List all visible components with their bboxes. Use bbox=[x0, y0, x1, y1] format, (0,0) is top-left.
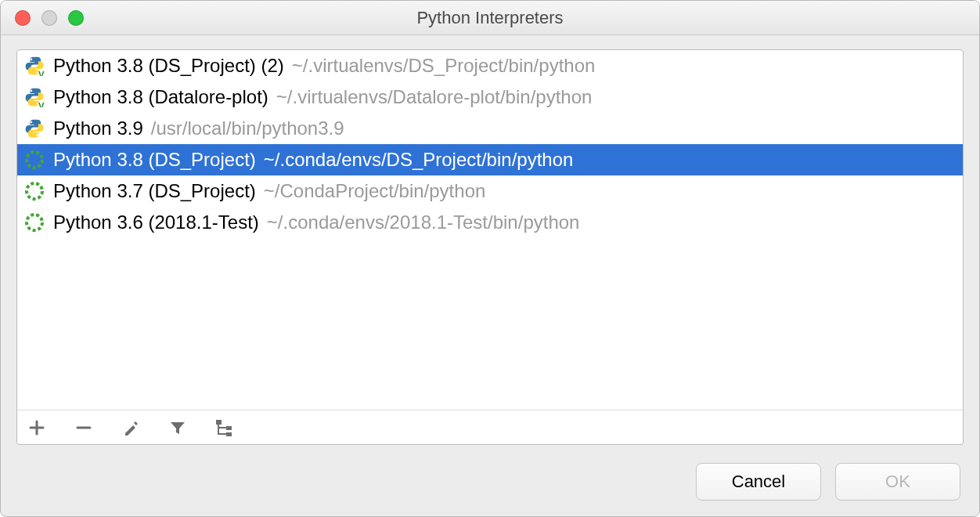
conda-icon bbox=[23, 180, 45, 202]
python-venv-icon: V bbox=[23, 55, 45, 77]
svg-text:V: V bbox=[38, 70, 45, 76]
ok-label: OK bbox=[885, 472, 910, 492]
interpreter-path: /usr/local/bin/python3.9 bbox=[151, 118, 344, 139]
svg-point-9 bbox=[27, 183, 42, 199]
interpreter-row[interactable]: Python 3.6 (2018.1-Test)~/.conda/envs/20… bbox=[17, 207, 963, 238]
svg-text:V: V bbox=[38, 101, 45, 107]
interpreter-list[interactable]: VPython 3.8 (DS_Project) (2)~/.virtualen… bbox=[17, 50, 963, 410]
conda-icon bbox=[23, 212, 45, 233]
filter-button[interactable] bbox=[166, 416, 189, 439]
python-interpreters-dialog: Python Interpreters VPython 3.8 (DS_Proj… bbox=[0, 0, 980, 517]
add-button[interactable] bbox=[25, 416, 49, 439]
interpreter-name: Python 3.7 (DS_Project) bbox=[53, 180, 256, 202]
interpreter-name: Python 3.8 (DS_Project) bbox=[53, 149, 256, 171]
svg-rect-13 bbox=[226, 432, 232, 436]
svg-point-3 bbox=[31, 90, 33, 92]
edit-button[interactable] bbox=[119, 416, 142, 439]
interpreter-path: ~/.virtualenvs/DS_Project/bin/python bbox=[292, 55, 596, 77]
svg-rect-12 bbox=[226, 426, 232, 430]
interpreter-row[interactable]: Python 3.9/usr/local/bin/python3.9 bbox=[17, 113, 963, 144]
interpreter-row[interactable]: VPython 3.8 (Datalore-plot)~/.virtualenv… bbox=[17, 81, 963, 113]
close-window-icon[interactable] bbox=[15, 10, 31, 26]
interpreter-row[interactable]: Python 3.7 (DS_Project)~/CondaProject/bi… bbox=[17, 175, 963, 207]
interpreter-path: ~/CondaProject/bin/python bbox=[264, 180, 486, 202]
window-title: Python Interpreters bbox=[1, 8, 979, 28]
titlebar: Python Interpreters bbox=[1, 1, 979, 35]
interpreter-name: Python 3.8 (Datalore-plot) bbox=[53, 86, 268, 108]
interpreter-name: Python 3.8 (DS_Project) (2) bbox=[53, 55, 284, 77]
window-controls bbox=[1, 10, 84, 26]
svg-rect-11 bbox=[216, 420, 222, 425]
minimize-window-icon bbox=[41, 10, 57, 26]
interpreter-name: Python 3.6 (2018.1-Test) bbox=[53, 212, 259, 233]
conda-icon bbox=[23, 149, 45, 171]
interpreter-path: ~/.virtualenvs/Datalore-plot/bin/python bbox=[276, 86, 593, 108]
python-icon bbox=[23, 118, 45, 139]
cancel-button[interactable]: Cancel bbox=[696, 463, 821, 501]
dialog-footer: Cancel OK bbox=[1, 445, 979, 516]
interpreter-row[interactable]: VPython 3.8 (DS_Project) (2)~/.virtualen… bbox=[17, 50, 963, 81]
svg-point-8 bbox=[27, 152, 42, 168]
list-toolbar bbox=[17, 410, 963, 444]
interpreter-path: ~/.conda/envs/2018.1-Test/bin/python bbox=[267, 212, 580, 233]
zoom-window-icon[interactable] bbox=[68, 10, 84, 26]
interpreter-name: Python 3.9 bbox=[53, 118, 143, 139]
svg-point-6 bbox=[31, 121, 33, 124]
cancel-label: Cancel bbox=[732, 472, 785, 492]
content-area: VPython 3.8 (DS_Project) (2)~/.virtualen… bbox=[1, 35, 979, 445]
remove-button[interactable] bbox=[72, 416, 95, 439]
interpreter-path: ~/.conda/envs/DS_Project/bin/python bbox=[264, 149, 574, 171]
svg-point-7 bbox=[37, 134, 39, 136]
interpreter-list-frame: VPython 3.8 (DS_Project) (2)~/.virtualen… bbox=[16, 49, 964, 445]
ok-button[interactable]: OK bbox=[835, 463, 960, 501]
svg-point-0 bbox=[31, 59, 33, 61]
svg-point-10 bbox=[27, 215, 42, 230]
interpreter-row[interactable]: Python 3.8 (DS_Project)~/.conda/envs/DS_… bbox=[17, 144, 963, 175]
python-venv-icon: V bbox=[23, 86, 45, 108]
tree-view-button[interactable] bbox=[213, 416, 236, 439]
